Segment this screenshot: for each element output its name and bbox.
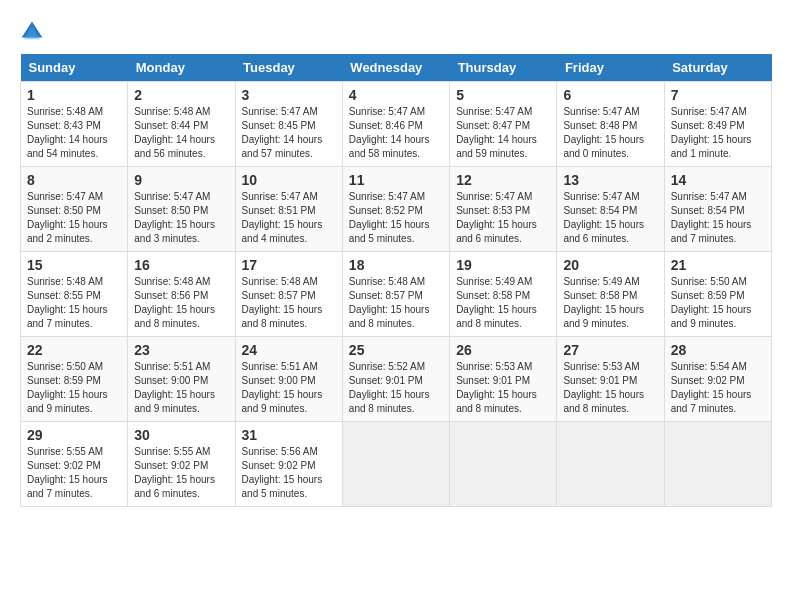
week-row-2: 8Sunrise: 5:47 AM Sunset: 8:50 PM Daylig…	[21, 167, 772, 252]
day-cell-6: 6Sunrise: 5:47 AM Sunset: 8:48 PM Daylig…	[557, 82, 664, 167]
logo-icon	[20, 20, 44, 44]
day-info: Sunrise: 5:48 AM Sunset: 8:55 PM Dayligh…	[27, 275, 121, 331]
day-number: 8	[27, 172, 121, 188]
day-info: Sunrise: 5:48 AM Sunset: 8:57 PM Dayligh…	[242, 275, 336, 331]
day-number: 5	[456, 87, 550, 103]
day-cell-18: 18Sunrise: 5:48 AM Sunset: 8:57 PM Dayli…	[342, 252, 449, 337]
day-number: 14	[671, 172, 765, 188]
day-number: 31	[242, 427, 336, 443]
day-info: Sunrise: 5:51 AM Sunset: 9:00 PM Dayligh…	[134, 360, 228, 416]
day-number: 18	[349, 257, 443, 273]
day-cell-31: 31Sunrise: 5:56 AM Sunset: 9:02 PM Dayli…	[235, 422, 342, 507]
day-number: 13	[563, 172, 657, 188]
logo	[20, 20, 48, 44]
day-cell-9: 9Sunrise: 5:47 AM Sunset: 8:50 PM Daylig…	[128, 167, 235, 252]
day-info: Sunrise: 5:48 AM Sunset: 8:44 PM Dayligh…	[134, 105, 228, 161]
day-cell-29: 29Sunrise: 5:55 AM Sunset: 9:02 PM Dayli…	[21, 422, 128, 507]
day-cell-22: 22Sunrise: 5:50 AM Sunset: 8:59 PM Dayli…	[21, 337, 128, 422]
day-cell-24: 24Sunrise: 5:51 AM Sunset: 9:00 PM Dayli…	[235, 337, 342, 422]
week-row-1: 1Sunrise: 5:48 AM Sunset: 8:43 PM Daylig…	[21, 82, 772, 167]
day-info: Sunrise: 5:48 AM Sunset: 8:43 PM Dayligh…	[27, 105, 121, 161]
day-info: Sunrise: 5:47 AM Sunset: 8:54 PM Dayligh…	[563, 190, 657, 246]
day-cell-20: 20Sunrise: 5:49 AM Sunset: 8:58 PM Dayli…	[557, 252, 664, 337]
day-number: 25	[349, 342, 443, 358]
day-number: 17	[242, 257, 336, 273]
col-header-thursday: Thursday	[450, 54, 557, 82]
col-header-monday: Monday	[128, 54, 235, 82]
day-cell-15: 15Sunrise: 5:48 AM Sunset: 8:55 PM Dayli…	[21, 252, 128, 337]
day-number: 21	[671, 257, 765, 273]
day-cell-3: 3Sunrise: 5:47 AM Sunset: 8:45 PM Daylig…	[235, 82, 342, 167]
day-info: Sunrise: 5:50 AM Sunset: 8:59 PM Dayligh…	[27, 360, 121, 416]
day-info: Sunrise: 5:53 AM Sunset: 9:01 PM Dayligh…	[456, 360, 550, 416]
day-number: 26	[456, 342, 550, 358]
day-cell-13: 13Sunrise: 5:47 AM Sunset: 8:54 PM Dayli…	[557, 167, 664, 252]
day-info: Sunrise: 5:47 AM Sunset: 8:51 PM Dayligh…	[242, 190, 336, 246]
day-number: 1	[27, 87, 121, 103]
day-cell-7: 7Sunrise: 5:47 AM Sunset: 8:49 PM Daylig…	[664, 82, 771, 167]
day-cell-23: 23Sunrise: 5:51 AM Sunset: 9:00 PM Dayli…	[128, 337, 235, 422]
day-cell-8: 8Sunrise: 5:47 AM Sunset: 8:50 PM Daylig…	[21, 167, 128, 252]
day-info: Sunrise: 5:50 AM Sunset: 8:59 PM Dayligh…	[671, 275, 765, 331]
day-info: Sunrise: 5:47 AM Sunset: 8:48 PM Dayligh…	[563, 105, 657, 161]
day-cell-10: 10Sunrise: 5:47 AM Sunset: 8:51 PM Dayli…	[235, 167, 342, 252]
day-info: Sunrise: 5:47 AM Sunset: 8:50 PM Dayligh…	[134, 190, 228, 246]
day-cell-30: 30Sunrise: 5:55 AM Sunset: 9:02 PM Dayli…	[128, 422, 235, 507]
empty-cell	[664, 422, 771, 507]
calendar-table: SundayMondayTuesdayWednesdayThursdayFrid…	[20, 54, 772, 507]
day-cell-1: 1Sunrise: 5:48 AM Sunset: 8:43 PM Daylig…	[21, 82, 128, 167]
empty-cell	[342, 422, 449, 507]
day-number: 28	[671, 342, 765, 358]
day-info: Sunrise: 5:49 AM Sunset: 8:58 PM Dayligh…	[456, 275, 550, 331]
day-number: 16	[134, 257, 228, 273]
day-number: 22	[27, 342, 121, 358]
day-cell-4: 4Sunrise: 5:47 AM Sunset: 8:46 PM Daylig…	[342, 82, 449, 167]
day-cell-14: 14Sunrise: 5:47 AM Sunset: 8:54 PM Dayli…	[664, 167, 771, 252]
day-cell-27: 27Sunrise: 5:53 AM Sunset: 9:01 PM Dayli…	[557, 337, 664, 422]
day-info: Sunrise: 5:47 AM Sunset: 8:47 PM Dayligh…	[456, 105, 550, 161]
day-number: 4	[349, 87, 443, 103]
week-row-4: 22Sunrise: 5:50 AM Sunset: 8:59 PM Dayli…	[21, 337, 772, 422]
col-header-saturday: Saturday	[664, 54, 771, 82]
col-header-sunday: Sunday	[21, 54, 128, 82]
header-row: SundayMondayTuesdayWednesdayThursdayFrid…	[21, 54, 772, 82]
day-number: 30	[134, 427, 228, 443]
day-info: Sunrise: 5:47 AM Sunset: 8:50 PM Dayligh…	[27, 190, 121, 246]
day-number: 23	[134, 342, 228, 358]
day-cell-5: 5Sunrise: 5:47 AM Sunset: 8:47 PM Daylig…	[450, 82, 557, 167]
day-number: 20	[563, 257, 657, 273]
day-info: Sunrise: 5:47 AM Sunset: 8:52 PM Dayligh…	[349, 190, 443, 246]
day-number: 7	[671, 87, 765, 103]
empty-cell	[557, 422, 664, 507]
col-header-wednesday: Wednesday	[342, 54, 449, 82]
day-cell-17: 17Sunrise: 5:48 AM Sunset: 8:57 PM Dayli…	[235, 252, 342, 337]
day-cell-21: 21Sunrise: 5:50 AM Sunset: 8:59 PM Dayli…	[664, 252, 771, 337]
day-number: 24	[242, 342, 336, 358]
day-cell-2: 2Sunrise: 5:48 AM Sunset: 8:44 PM Daylig…	[128, 82, 235, 167]
day-info: Sunrise: 5:49 AM Sunset: 8:58 PM Dayligh…	[563, 275, 657, 331]
day-info: Sunrise: 5:48 AM Sunset: 8:56 PM Dayligh…	[134, 275, 228, 331]
day-cell-11: 11Sunrise: 5:47 AM Sunset: 8:52 PM Dayli…	[342, 167, 449, 252]
day-number: 12	[456, 172, 550, 188]
day-info: Sunrise: 5:47 AM Sunset: 8:46 PM Dayligh…	[349, 105, 443, 161]
day-info: Sunrise: 5:47 AM Sunset: 8:49 PM Dayligh…	[671, 105, 765, 161]
week-row-5: 29Sunrise: 5:55 AM Sunset: 9:02 PM Dayli…	[21, 422, 772, 507]
col-header-friday: Friday	[557, 54, 664, 82]
day-info: Sunrise: 5:54 AM Sunset: 9:02 PM Dayligh…	[671, 360, 765, 416]
day-info: Sunrise: 5:47 AM Sunset: 8:45 PM Dayligh…	[242, 105, 336, 161]
day-number: 9	[134, 172, 228, 188]
day-info: Sunrise: 5:56 AM Sunset: 9:02 PM Dayligh…	[242, 445, 336, 501]
day-cell-16: 16Sunrise: 5:48 AM Sunset: 8:56 PM Dayli…	[128, 252, 235, 337]
day-number: 10	[242, 172, 336, 188]
day-number: 2	[134, 87, 228, 103]
day-number: 27	[563, 342, 657, 358]
day-info: Sunrise: 5:53 AM Sunset: 9:01 PM Dayligh…	[563, 360, 657, 416]
day-number: 29	[27, 427, 121, 443]
day-info: Sunrise: 5:55 AM Sunset: 9:02 PM Dayligh…	[27, 445, 121, 501]
day-cell-28: 28Sunrise: 5:54 AM Sunset: 9:02 PM Dayli…	[664, 337, 771, 422]
day-cell-25: 25Sunrise: 5:52 AM Sunset: 9:01 PM Dayli…	[342, 337, 449, 422]
day-info: Sunrise: 5:47 AM Sunset: 8:53 PM Dayligh…	[456, 190, 550, 246]
day-number: 6	[563, 87, 657, 103]
day-number: 11	[349, 172, 443, 188]
empty-cell	[450, 422, 557, 507]
